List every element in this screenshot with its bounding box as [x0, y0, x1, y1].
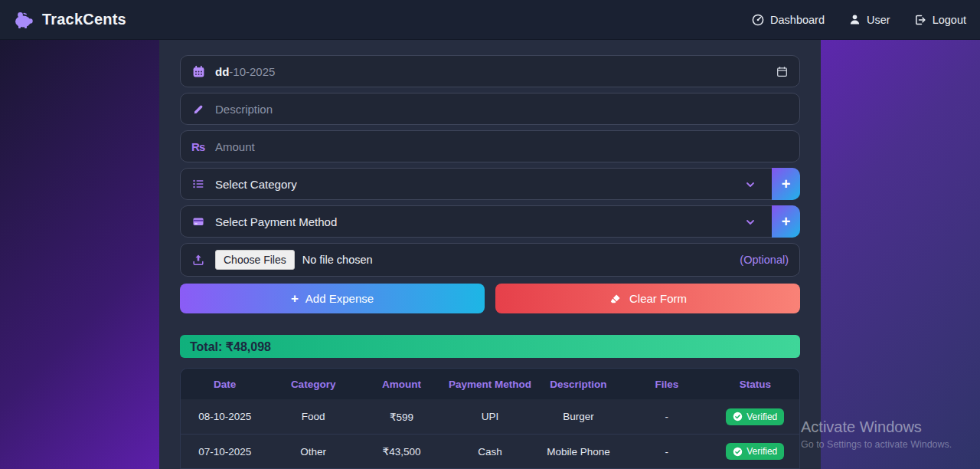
plus-icon: + [291, 291, 299, 307]
col-files: Files [622, 379, 710, 390]
nav-dashboard-label: Dashboard [770, 14, 825, 26]
add-expense-label: Add Expense [305, 292, 374, 305]
choose-files-button[interactable]: Choose Files [215, 250, 295, 270]
cell-files: - [622, 411, 710, 422]
col-date: Date [181, 379, 269, 390]
optional-label: (Optional) [740, 254, 789, 266]
action-buttons: + Add Expense Clear Form [180, 284, 800, 313]
cell-category: Food [269, 411, 357, 422]
cell-payment: UPI [446, 411, 534, 422]
credit-card-icon [191, 215, 205, 228]
date-input[interactable]: dd-10-2025 [180, 55, 800, 87]
chevron-down-icon [744, 179, 756, 193]
brand[interactable]: TrackCents [14, 11, 126, 29]
col-category: Category [269, 379, 357, 390]
navbar: TrackCents Dashboard User [0, 0, 980, 40]
payment-method-select[interactable]: Select Payment Method + [180, 205, 800, 238]
status-label: Verified [746, 412, 777, 422]
payment-select-label: Select Payment Method [215, 215, 337, 228]
add-payment-method-button[interactable]: + [772, 205, 800, 238]
amount-input[interactable]: ₨ Amount [180, 130, 800, 162]
rupee-icon: ₨ [191, 140, 205, 153]
user-icon [848, 14, 861, 25]
list-icon [191, 178, 205, 190]
pencil-icon [191, 103, 205, 115]
table-row: 08-10-2025 Food ₹599 UPI Burger - Verifi… [181, 399, 799, 434]
nav-logout[interactable]: Logout [913, 14, 966, 26]
windows-activation-watermark: Activate Windows Go to Settings to activ… [801, 418, 952, 450]
main-container: dd-10-2025 Description ₨ Amount [159, 40, 821, 469]
cell-files: - [622, 446, 710, 458]
category-select[interactable]: Select Category + [180, 168, 800, 200]
status-badge: Verified [726, 408, 784, 425]
table-row: 07-10-2025 Other ₹43,500 Cash Mobile Pho… [181, 434, 799, 468]
total-label: Total: ₹48,098 [190, 339, 271, 354]
clear-form-label: Clear Form [629, 292, 687, 305]
nav-user[interactable]: User [848, 14, 890, 26]
watermark-subtitle: Go to Settings to activate Windows. [801, 439, 952, 450]
clear-form-button[interactable]: Clear Form [495, 284, 800, 313]
date-picker-indicator-icon[interactable] [775, 66, 789, 77]
description-input[interactable]: Description [180, 93, 800, 125]
eraser-icon [609, 293, 622, 305]
logout-icon [913, 14, 927, 26]
cell-amount: ₹599 [358, 411, 446, 423]
status-label: Verified [746, 446, 777, 457]
total-bar: Total: ₹48,098 [180, 335, 800, 358]
nav-dashboard[interactable]: Dashboard [751, 14, 825, 26]
col-description: Description [534, 379, 622, 390]
cell-description: Mobile Phone [534, 446, 622, 458]
table-header: Date Category Amount Payment Method Desc… [181, 369, 799, 399]
piggy-bank-logo-icon [14, 11, 34, 29]
brand-title: TrackCents [42, 11, 126, 28]
cell-payment: Cash [446, 446, 534, 458]
cell-date: 07-10-2025 [181, 446, 269, 458]
check-circle-icon [733, 447, 743, 457]
nav-logout-label: Logout [933, 14, 966, 26]
calendar-icon [191, 65, 205, 78]
description-placeholder: Description [215, 103, 273, 116]
upload-icon [191, 254, 205, 266]
status-badge: Verified [726, 443, 784, 460]
nav-items: Dashboard User Logout [751, 14, 966, 26]
amount-placeholder: Amount [215, 140, 255, 153]
category-select-label: Select Category [215, 178, 297, 191]
add-category-button[interactable]: + [772, 168, 800, 200]
watermark-title: Activate Windows [801, 418, 952, 436]
cell-amount: ₹43,500 [358, 445, 446, 458]
chevron-down-icon [744, 216, 756, 231]
expense-table: Date Category Amount Payment Method Desc… [180, 368, 800, 469]
nav-user-label: User [867, 14, 890, 26]
cell-date: 08-10-2025 [181, 411, 269, 422]
date-value: dd-10-2025 [215, 65, 275, 78]
check-circle-icon [733, 412, 743, 421]
col-status: Status [711, 379, 799, 390]
col-payment-method: Payment Method [446, 379, 534, 390]
col-amount: Amount [358, 379, 446, 390]
cell-description: Burger [534, 411, 622, 422]
file-upload-row: Choose Files No file chosen (Optional) [180, 243, 800, 277]
speedometer-icon [751, 14, 765, 26]
cell-category: Other [269, 446, 357, 458]
add-expense-button[interactable]: + Add Expense [180, 284, 485, 313]
file-status-text: No file chosen [302, 254, 373, 266]
